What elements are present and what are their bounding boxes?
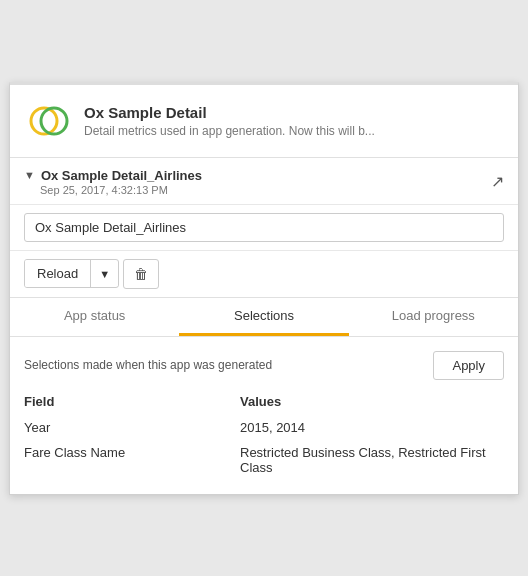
section-title-area: ▼ Ox Sample Detail_Airlines Sep 25, 2017… — [24, 168, 202, 196]
reload-button[interactable]: Reload — [25, 260, 91, 287]
table-header-row: Field Values — [24, 394, 504, 415]
tabs: App status Selections Load progress — [10, 298, 518, 337]
delete-button[interactable]: 🗑 — [123, 259, 159, 289]
section-title: Ox Sample Detail_Airlines — [41, 168, 202, 183]
trash-icon: 🗑 — [134, 266, 148, 282]
section-header: ▼ Ox Sample Detail_Airlines Sep 25, 2017… — [10, 158, 518, 205]
app-title: Ox Sample Detail — [84, 104, 375, 121]
app-logo — [24, 97, 72, 145]
cell-field-fare-class: Fare Class Name — [24, 445, 240, 475]
cell-values-fare-class: Restricted Business Class, Restricted Fi… — [240, 445, 504, 475]
app-desc: Detail metrics used in app generation. N… — [84, 124, 375, 138]
tab-app-status[interactable]: App status — [10, 298, 179, 336]
toolbar: Reload ▼ 🗑 — [10, 251, 518, 298]
app-info: Ox Sample Detail Detail metrics used in … — [84, 104, 375, 138]
external-link-icon[interactable]: ↗ — [491, 172, 504, 191]
table-row: Year 2015, 2014 — [24, 415, 504, 440]
section-title-row: ▼ Ox Sample Detail_Airlines — [24, 168, 202, 183]
table-row: Fare Class Name Restricted Business Clas… — [24, 440, 504, 480]
main-panel: Ox Sample Detail Detail metrics used in … — [9, 82, 519, 495]
cell-field-year: Year — [24, 420, 240, 435]
cell-values-year: 2015, 2014 — [240, 420, 504, 435]
col-header-field: Field — [24, 394, 240, 409]
apply-button[interactable]: Apply — [433, 351, 504, 380]
search-input[interactable] — [24, 213, 504, 242]
reload-button-group: Reload ▼ — [24, 259, 119, 288]
selections-content: Selections made when this app was genera… — [10, 337, 518, 494]
tab-load-progress[interactable]: Load progress — [349, 298, 518, 336]
panel-header: Ox Sample Detail Detail metrics used in … — [10, 85, 518, 158]
chevron-down-icon[interactable]: ▼ — [24, 169, 35, 181]
reload-dropdown-button[interactable]: ▼ — [91, 262, 118, 286]
col-header-values: Values — [240, 394, 504, 409]
selections-header: Selections made when this app was genera… — [24, 351, 504, 380]
section-date: Sep 25, 2017, 4:32:13 PM — [40, 184, 202, 196]
tab-selections[interactable]: Selections — [179, 298, 348, 336]
selections-table: Field Values Year 2015, 2014 Fare Class … — [24, 394, 504, 480]
search-bar — [10, 205, 518, 251]
selections-description: Selections made when this app was genera… — [24, 358, 272, 372]
